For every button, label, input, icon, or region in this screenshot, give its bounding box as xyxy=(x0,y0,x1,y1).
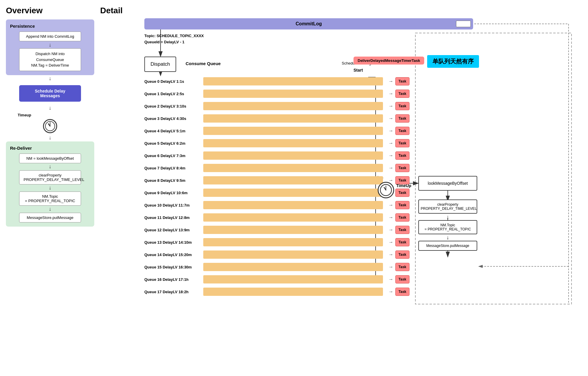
persistence-title: Persistence xyxy=(10,24,35,29)
start-label: Start xyxy=(354,68,363,72)
detail-clock xyxy=(378,182,394,198)
persist-box2: Dispatch NM into ConsumeQueue NM.Tag = D… xyxy=(19,48,81,71)
queue-arrow-icon: → xyxy=(387,103,395,109)
dispatch-box: Dispatch xyxy=(144,57,176,72)
redeliver-section: Re-Deliver NM = lookMessageByOffset ↓ cl… xyxy=(6,141,94,227)
queue-row: Queue 17 DelayLV 18:2h→Task xyxy=(144,286,409,297)
overview-clock xyxy=(43,119,57,133)
queue-arrow-icon: → xyxy=(387,79,395,84)
queue-arrow-icon: → xyxy=(387,289,395,294)
queue-label: Queue 8 DelayLV 9:5m xyxy=(144,178,203,183)
overview-title: Overview xyxy=(6,6,94,15)
queue-row: Queue 15 DelayLV 16:30m→Task xyxy=(144,261,409,273)
schedule-box: Schedule Delay Messages xyxy=(19,85,81,102)
rd-box3-l2: = PROPERTY_REAL_TOPIC xyxy=(25,199,75,203)
queue-row: Queue 8 DelayLV 9:5m→Task xyxy=(144,175,409,186)
task-box: Task xyxy=(395,213,409,222)
queue-bar xyxy=(203,77,383,85)
queue-bar xyxy=(203,127,383,135)
consume-queue-label: Consume Queue xyxy=(186,61,221,66)
queue-bar xyxy=(203,151,383,160)
queue-arrow-icon: → xyxy=(387,128,395,133)
rd-box3-l1: NM.Topic xyxy=(42,194,58,199)
queue-arrow-icon: → xyxy=(387,264,395,270)
queue-label: Queue 12 DelayLV 13:9m xyxy=(144,228,203,232)
task-box: Task xyxy=(395,275,409,283)
arrow4: ↓ xyxy=(49,134,52,141)
queue-row: Queue 6 DelayLV 7:3m→Task xyxy=(144,150,409,161)
task-box: Task xyxy=(395,201,409,209)
queue-bar xyxy=(203,226,383,234)
task-box: Task xyxy=(395,263,409,271)
queue-bar xyxy=(203,288,383,296)
queue-row: Queue 10 DelayLV 11:7m→Task xyxy=(144,199,409,211)
queue-label: Queue 14 DelayLV 15:20m xyxy=(144,253,203,257)
rf-nm-topic: NM.Topic = PROPERTY_REAL_TOPIC xyxy=(418,220,477,234)
arrow1: ↓ xyxy=(49,41,52,48)
queue-row: Queue 12 DelayLV 13:9m→Task xyxy=(144,224,409,235)
queue-label: Queue 3 DelayLV 4:30s xyxy=(144,116,203,121)
queue-label: Queue 10 DelayLV 11:7m xyxy=(144,203,203,207)
rf-nt-l1: NM.Topic xyxy=(421,223,475,227)
deliver-badge: DeliverDelayedMessageTimerTask xyxy=(354,57,424,65)
queue-arrow-icon: → xyxy=(387,165,395,171)
task-box: Task xyxy=(395,114,409,123)
queue-rows: Queue 0 DelayLV 1:1s→TaskQueue 1 DelayLV… xyxy=(144,76,409,299)
look-msg-box: lookMessageByOffset xyxy=(418,176,477,191)
queue-row: Queue 5 DelayLV 6:2m→Task xyxy=(144,138,409,149)
queue-label: Queue 13 DelayLV 14:10m xyxy=(144,240,203,245)
rf-messagestore: MessageStore.putMessage xyxy=(418,241,477,251)
task-box: Task xyxy=(395,102,409,110)
rf-clear-property: clearProperty PROPERTY_DELAY_TIME_LEVEL xyxy=(418,199,477,214)
overview-panel: Overview Persistence Append NM into Comm… xyxy=(6,6,94,370)
queue-arrow-icon: → xyxy=(387,116,395,121)
queue-arrow-icon: → xyxy=(387,215,395,220)
queue-arrow-icon: → xyxy=(387,227,395,232)
queue-bar xyxy=(203,275,383,283)
redeliver-box4: MessageStore.putMessage xyxy=(19,213,81,222)
persist-box1: Append NM into CommitLog xyxy=(19,32,81,41)
queue-arrow-icon: → xyxy=(387,240,395,245)
queue-label: Queue 7 DelayLV 8:4m xyxy=(144,166,203,170)
queue-arrow-icon: → xyxy=(387,153,395,158)
task-box: Task xyxy=(395,164,409,172)
queue-label: Queue 2 DelayLV 3:10s xyxy=(144,104,203,108)
arrow3: ↓ xyxy=(49,105,52,112)
task-box: Task xyxy=(395,90,409,98)
queue-row: Queue 13 DelayLV 14:10m→Task xyxy=(144,237,409,248)
queue-bar xyxy=(203,90,383,98)
queue-arrow-icon: → xyxy=(387,202,395,208)
queue-row: Queue 14 DelayLV 15:20m→Task xyxy=(144,249,409,260)
task-box: Task xyxy=(395,250,409,259)
topic-text: Topic: SCHEDULE_TOPIC_XXXX xyxy=(144,33,204,39)
queue-bar xyxy=(203,114,383,123)
task-box: Task xyxy=(395,238,409,246)
right-flow: clearProperty PROPERTY_DELAY_TIME_LEVEL … xyxy=(418,199,477,251)
detail-panel: Detail xyxy=(100,6,582,370)
detail-timeup-label: TimeUp xyxy=(396,183,411,188)
queue-row: Queue 0 DelayLV 1:1s→Task xyxy=(144,76,409,87)
rf-arrow1: ↓ xyxy=(447,214,449,220)
arrow2: ↓ xyxy=(49,75,52,82)
rd-box2-l1: clearProperty xyxy=(39,173,61,177)
queue-row: Queue 11 DelayLV 12:8m→Task xyxy=(144,212,409,223)
queue-label: Queue 15 DelayLV 16:30m xyxy=(144,265,203,269)
queue-label: Queue 11 DelayLV 12:8m xyxy=(144,215,203,220)
queue-row: Queue 2 DelayLV 3:10s→Task xyxy=(144,100,409,112)
task-box: Task xyxy=(395,127,409,135)
persistence-section: Persistence Append NM into CommitLog ↓ D… xyxy=(6,19,94,75)
commit-log-mini-box xyxy=(456,21,471,27)
redeliver-box2: clearProperty PROPERTY_DELAY_TIME_LEVEL xyxy=(19,170,81,184)
queue-row: Queue 16 DelayLV 17:1h→Task xyxy=(144,274,409,285)
rf-arrow2: ↓ xyxy=(447,234,449,241)
task-box: Task xyxy=(395,139,409,147)
queue-row: Queue 1 DelayLV 2:5s→Task xyxy=(144,88,409,99)
queue-bar xyxy=(203,189,383,197)
redeliver-box1: NM = lookMessageByOffset xyxy=(19,154,81,163)
rd-arrow1: ↓ xyxy=(49,163,52,170)
svg-rect-3 xyxy=(415,33,572,304)
rd-arrow3: ↓ xyxy=(49,206,52,213)
queue-arrow-icon: → xyxy=(387,277,395,282)
task-box: Task xyxy=(395,151,409,160)
timeup-label: Timeup xyxy=(18,113,31,117)
